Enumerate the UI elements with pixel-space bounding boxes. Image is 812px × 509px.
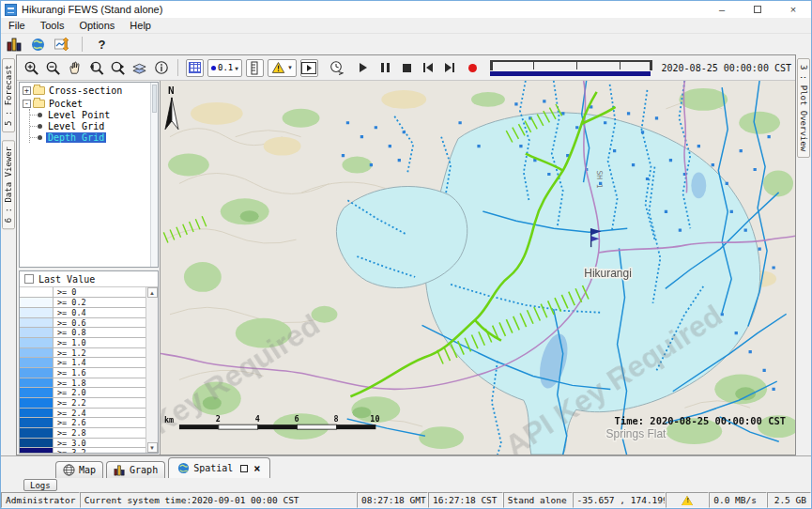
map-canvas[interactable]: API Key Required API Key Required SH 1 xyxy=(161,81,795,455)
legend-swatch xyxy=(20,428,54,438)
tab-forecast[interactable]: 5 : Forecast xyxy=(2,58,15,132)
legend-row: >= 0 xyxy=(20,287,146,298)
scalebar-toggle-icon[interactable] xyxy=(246,59,264,77)
classbreak-value: 0.1 xyxy=(218,63,233,72)
legend-class-table: >= 0 >= 0.2 >= 0.4 >= 0.6 >= 0.8 >= 1.0 … xyxy=(20,287,146,453)
app-logo-icon xyxy=(5,4,17,16)
status-gmt-time: 08:27:18 GMT xyxy=(357,492,428,508)
legend-row: >= 1.4 xyxy=(20,358,146,368)
time-slider-range[interactable] xyxy=(490,71,651,76)
legend-swatch xyxy=(20,368,54,378)
legend-swatch xyxy=(20,318,54,328)
svg-text:2: 2 xyxy=(216,414,221,424)
legend-row: >= 2.8 xyxy=(20,428,146,439)
warning-icon xyxy=(682,496,693,505)
tab-maximize-icon[interactable] xyxy=(240,465,248,472)
maximize-button[interactable] xyxy=(740,1,775,18)
tab-map[interactable]: Map xyxy=(55,461,103,478)
road-shield-label: SH 1 xyxy=(595,171,604,189)
play-button[interactable] xyxy=(355,59,373,77)
info-icon[interactable] xyxy=(152,59,170,77)
stop-button[interactable] xyxy=(398,59,416,77)
spatial-display-panel: 0.1 ▼ ▼ xyxy=(16,54,796,455)
current-map-time: 2020-08-25 00:00:00 CST xyxy=(662,63,791,73)
legend-row: >= 2.6 xyxy=(20,418,146,428)
help-icon[interactable]: ? xyxy=(94,37,110,53)
bar-chart-icon xyxy=(114,464,126,476)
status-local-time: 16:27:18 CST xyxy=(428,492,503,508)
legend-row: >= 1.6 xyxy=(20,368,146,378)
collapse-icon[interactable]: - xyxy=(23,100,31,108)
logs-button[interactable]: Logs xyxy=(23,479,57,491)
record-button[interactable] xyxy=(468,64,477,72)
step-end-button[interactable] xyxy=(441,59,459,77)
menu-tools[interactable]: Tools xyxy=(40,20,65,31)
menu-bar: File Tools Options Help xyxy=(1,18,811,34)
legend-row: >= 3.2 xyxy=(20,448,146,453)
zoom-previous-icon[interactable] xyxy=(87,59,105,77)
timeseries-dialog-icon[interactable] xyxy=(54,37,70,53)
scroll-down-icon[interactable]: ▼ xyxy=(147,442,158,453)
last-value-label: Last Value xyxy=(38,274,95,285)
warning-icon xyxy=(271,61,285,74)
tree-leaf-label-selected: Depth Grid xyxy=(46,132,106,143)
zoom-in-icon[interactable] xyxy=(23,59,40,77)
menu-help[interactable]: Help xyxy=(130,20,151,31)
tab-spatial-label: Spatial xyxy=(193,463,233,473)
globe-icon xyxy=(177,462,190,474)
zoom-next-icon[interactable] xyxy=(109,59,127,77)
legend-swatch xyxy=(20,409,54,418)
window-title: Hikurangi FEWS (Stand alone) xyxy=(22,4,162,15)
menu-file[interactable]: File xyxy=(8,20,25,31)
class-dot-icon xyxy=(211,66,216,70)
bullet-icon xyxy=(38,124,42,129)
svg-text:N: N xyxy=(168,85,175,97)
animation-player-icon[interactable] xyxy=(300,59,318,77)
tab-plot-overview[interactable]: 3 : Plot Overview xyxy=(797,58,810,158)
expand-icon[interactable]: + xyxy=(23,86,31,95)
zoom-out-icon[interactable] xyxy=(44,59,62,77)
maximize-icon xyxy=(754,6,761,13)
layers-icon[interactable] xyxy=(130,59,148,77)
tab-graph[interactable]: Graph xyxy=(106,461,165,478)
place-label-hikurangi: Hikurangi xyxy=(584,267,631,280)
tab-spatial-active[interactable]: Spatial × xyxy=(168,457,269,478)
tree-leaf-depth-grid[interactable]: Depth Grid xyxy=(30,131,158,143)
legend-row: >= 2.0 xyxy=(20,388,146,398)
pan-hand-icon[interactable] xyxy=(66,59,84,77)
scroll-up-icon[interactable]: ▲ xyxy=(147,287,158,298)
bottom-tab-bar: Map Graph Spatial × xyxy=(1,455,811,478)
tree-node-cross-section[interactable]: + Cross-section xyxy=(20,85,158,96)
legend-row: >= 2.4 xyxy=(20,409,146,419)
status-warning-cell[interactable] xyxy=(666,492,709,508)
tab-close-icon[interactable]: × xyxy=(253,464,260,473)
step-start-button[interactable] xyxy=(420,59,437,77)
legend-scrollbar[interactable]: ▲ ▼ xyxy=(146,287,158,453)
tab-data-viewer[interactable]: 6 : Data Viewer xyxy=(2,140,15,229)
left-tab-strip: 5 : Forecast 6 : Data Viewer xyxy=(1,54,16,455)
last-value-checkbox[interactable] xyxy=(24,274,34,284)
tree-leaf-level-point[interactable]: Level Point xyxy=(30,109,158,120)
logs-row: Logs xyxy=(1,478,811,492)
tree-scrollbar[interactable] xyxy=(150,83,158,267)
map-viewport[interactable]: API Key Required API Key Required SH 1 xyxy=(160,81,795,455)
close-button[interactable]: × xyxy=(775,1,811,18)
tree-node-pocket[interactable]: - Pocket xyxy=(20,98,158,109)
legend-swatch xyxy=(20,298,54,307)
time-navigator-icon[interactable] xyxy=(328,59,345,77)
database-icon[interactable] xyxy=(6,37,22,53)
layers-sidebar: + Cross-section - Pocket Lev xyxy=(17,81,160,455)
legend-swatch xyxy=(20,358,54,367)
legend-row: >= 3.0 xyxy=(20,439,146,449)
time-slider[interactable] xyxy=(490,60,652,76)
spatial-display-icon[interactable] xyxy=(30,37,46,53)
pause-button[interactable] xyxy=(376,59,394,77)
bullet-icon xyxy=(38,113,42,117)
minimize-button[interactable]: – xyxy=(704,1,740,18)
menu-options[interactable]: Options xyxy=(79,20,115,31)
classbreak-dropdown[interactable]: 0.1 ▼ xyxy=(207,59,242,77)
warning-dropdown[interactable]: ▼ xyxy=(268,59,297,77)
tree-leaf-label: Level Point xyxy=(46,110,112,120)
grid-display-icon[interactable] xyxy=(186,59,204,77)
tree-leaf-level-grid[interactable]: Level Grid xyxy=(30,120,158,131)
